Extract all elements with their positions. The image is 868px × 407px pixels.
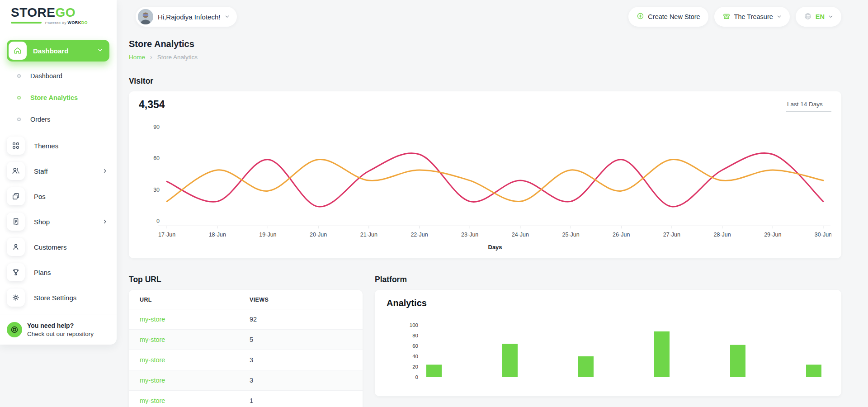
platform-heading: Platform <box>375 275 841 284</box>
help-box[interactable]: You need help? Check out our repository <box>0 314 117 345</box>
sidebar-sub-list: Dashboard Store Analytics Orders <box>0 65 117 130</box>
platform-bar-chart: 020406080100 <box>387 310 830 390</box>
visitor-card: 4,354 Last 14 Days 030609017-Jun18-Jun19… <box>129 91 841 258</box>
sidebar-item-pos[interactable]: Pos <box>0 184 117 209</box>
sidebar-item-plans[interactable]: Plans <box>0 260 117 285</box>
home-icon <box>9 42 27 60</box>
breadcrumb-separator: › <box>150 53 152 61</box>
sidebar-item-orders[interactable]: Orders <box>0 109 117 130</box>
gear-icon <box>7 289 25 307</box>
topbar: Hi,Rajodiya Infotech! Create New Store T… <box>117 0 868 32</box>
date-range-select[interactable]: Last 14 Days <box>786 99 831 112</box>
sidebar-nav-list: Themes Staff Pos <box>0 133 117 310</box>
svg-text:0: 0 <box>415 374 418 380</box>
bullet-icon <box>17 74 21 78</box>
svg-text:25-Jun: 25-Jun <box>562 232 579 238</box>
table-row: my-store 5 <box>129 330 363 350</box>
url-link[interactable]: my-store <box>140 336 165 343</box>
page-title: Store Analytics <box>129 39 841 49</box>
top-url-table: URL VIEWS my-store 92 my-store 5 <box>129 290 363 407</box>
sidebar-group-dashboard[interactable]: Dashboard <box>7 40 109 62</box>
sidebar-group-label: Dashboard <box>33 47 97 55</box>
chevron-down-icon <box>225 13 230 21</box>
platform-card-title: Analytics <box>387 298 830 308</box>
chevron-down-icon <box>97 47 103 55</box>
url-link[interactable]: my-store <box>140 316 165 323</box>
svg-text:17-Jun: 17-Jun <box>158 232 175 238</box>
svg-text:Days: Days <box>488 244 502 251</box>
svg-text:26-Jun: 26-Jun <box>613 232 630 238</box>
svg-text:60: 60 <box>153 155 160 161</box>
logo-underline <box>11 22 42 24</box>
receipt-icon <box>7 213 25 231</box>
language-selector[interactable]: EN <box>796 7 841 27</box>
chevron-down-icon <box>828 13 833 20</box>
sidebar-item-store-analytics[interactable]: Store Analytics <box>0 87 117 109</box>
svg-text:22-Jun: 22-Jun <box>410 232 428 238</box>
main-content: Store Analytics Home › Store Analytics V… <box>117 32 868 407</box>
sidebar-item-customers[interactable]: Customers <box>0 234 117 260</box>
svg-text:30: 30 <box>153 187 160 193</box>
sidebar-item-shop[interactable]: Shop <box>0 209 117 234</box>
create-new-store-button[interactable]: Create New Store <box>628 7 708 27</box>
table-row: my-store 3 <box>129 370 363 391</box>
chevron-down-icon <box>777 13 782 20</box>
visitor-section-heading: Visitor <box>129 76 841 86</box>
url-link[interactable]: my-store <box>140 397 165 404</box>
table-row: my-store 1 <box>129 391 363 407</box>
bullet-icon <box>17 96 21 99</box>
col-header-views: VIEWS <box>239 290 363 309</box>
sidebar-item-staff[interactable]: Staff <box>0 158 117 184</box>
svg-text:21-Jun: 21-Jun <box>360 232 377 238</box>
greeting-text: Hi,Rajodiya Infotech! <box>158 13 220 21</box>
plus-circle-icon <box>637 12 644 21</box>
visitor-total: 4,354 <box>139 99 165 111</box>
user-menu[interactable]: Hi,Rajodiya Infotech! <box>136 7 237 27</box>
views-value: 5 <box>250 336 253 343</box>
svg-text:80: 80 <box>412 333 418 338</box>
avatar <box>138 9 153 24</box>
logo[interactable]: STOREGO Powered By WORKDO <box>0 0 117 33</box>
svg-text:60: 60 <box>412 343 418 349</box>
grid-icon <box>7 137 25 155</box>
svg-text:18-Jun: 18-Jun <box>209 232 226 238</box>
chevron-right-icon <box>102 168 108 174</box>
user-icon <box>7 238 25 256</box>
url-link[interactable]: my-store <box>140 377 165 384</box>
users-icon <box>7 162 25 180</box>
logo-tagline: Powered By WORKDO <box>11 20 88 25</box>
svg-text:20-Jun: 20-Jun <box>310 232 327 238</box>
life-buoy-icon <box>7 322 22 337</box>
visitor-line-chart: 030609017-Jun18-Jun19-Jun20-Jun21-Jun22-… <box>139 114 831 255</box>
copy-icon <box>7 187 25 205</box>
breadcrumb-home-link[interactable]: Home <box>129 54 145 61</box>
sidebar-item-dashboard[interactable]: Dashboard <box>0 65 117 87</box>
svg-text:23-Jun: 23-Jun <box>461 232 478 238</box>
svg-text:28-Jun: 28-Jun <box>713 232 731 238</box>
sidebar: STOREGO Powered By WORKDO Dashboard Dash… <box>0 0 117 345</box>
store-selector[interactable]: The Treasure <box>714 7 790 27</box>
url-link[interactable]: my-store <box>140 356 165 364</box>
svg-text:40: 40 <box>412 354 418 359</box>
table-row: my-store 3 <box>129 350 363 370</box>
svg-text:24-Jun: 24-Jun <box>512 232 529 238</box>
svg-text:20: 20 <box>412 364 418 369</box>
globe-icon <box>804 12 812 22</box>
logo-text: STOREGO <box>11 6 117 19</box>
trophy-icon <box>7 263 25 281</box>
platform-card: Analytics 020406080100 <box>375 290 841 396</box>
sidebar-item-store-settings[interactable]: Store Settings <box>0 285 117 310</box>
svg-text:29-Jun: 29-Jun <box>764 232 781 238</box>
views-value: 3 <box>250 356 253 364</box>
table-row: my-store 92 <box>129 309 363 330</box>
top-url-card: URL VIEWS my-store 92 my-store 5 <box>129 290 363 407</box>
svg-text:19-Jun: 19-Jun <box>259 232 276 238</box>
breadcrumb: Home › Store Analytics <box>129 53 841 61</box>
sidebar-item-themes[interactable]: Themes <box>0 133 117 158</box>
svg-text:90: 90 <box>153 124 160 130</box>
col-header-url: URL <box>129 290 239 309</box>
help-subtitle: Check out our repository <box>27 331 94 337</box>
views-value: 92 <box>250 316 257 323</box>
views-value: 3 <box>250 377 253 384</box>
help-title: You need help? <box>27 322 94 329</box>
